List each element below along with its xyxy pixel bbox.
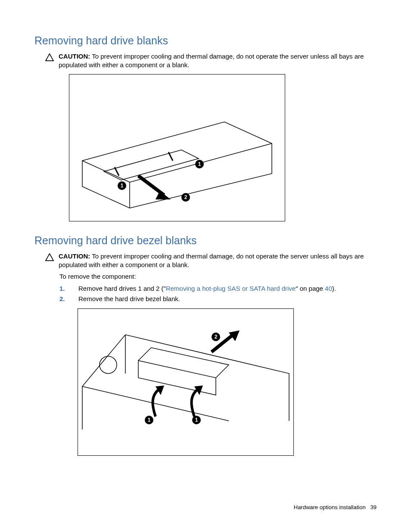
callout-2: 2 [181, 193, 190, 202]
page-footer: Hardware options installation 39 [294, 504, 377, 510]
steps-list: Remove hard drives 1 and 2 ("Removing a … [59, 283, 377, 304]
caution-label: CAUTION: [59, 53, 90, 60]
figure-remove-blanks: 1 1 2 [69, 74, 285, 221]
callout-1b: 1 [192, 416, 201, 424]
step-text-post: ). [332, 285, 336, 292]
callout-1a: 1 [118, 181, 126, 190]
callout-1a: 1 [145, 416, 153, 424]
caution-block-2: CAUTION: To prevent improper cooling and… [45, 252, 377, 270]
caution-text-2: CAUTION: To prevent improper cooling and… [54, 252, 377, 270]
caution-icon [45, 52, 54, 64]
page-container: Removing hard drive blanks CAUTION: To p… [0, 0, 411, 532]
callout-1b: 1 [195, 160, 204, 168]
footer-section: Hardware options installation [294, 504, 366, 510]
heading-removing-bezel-blanks: Removing hard drive bezel blanks [34, 234, 377, 247]
figure-remove-bezel-blanks: 1 1 2 [78, 308, 294, 456]
caution-block-1: CAUTION: To prevent improper cooling and… [45, 52, 377, 70]
caution-icon [45, 252, 54, 264]
xref-link[interactable]: Removing a hot-plug SAS or SATA hard dri… [166, 285, 296, 292]
step-text-pre: Remove hard drives 1 and 2 (" [78, 285, 166, 292]
step-text: Remove the hard drive bezel blank. [78, 295, 180, 302]
caution-body: To prevent improper cooling and thermal … [59, 53, 364, 68]
heading-removing-blanks: Removing hard drive blanks [34, 34, 377, 47]
step-text-mid: " on page [296, 285, 325, 292]
caution-label: CAUTION: [59, 252, 90, 260]
svg-point-0 [100, 356, 117, 373]
footer-page-number: 39 [371, 504, 377, 510]
step-2: Remove the hard drive bezel blank. [59, 294, 377, 304]
callout-2: 2 [212, 333, 220, 341]
caution-body: To prevent improper cooling and thermal … [59, 252, 364, 268]
step-1: Remove hard drives 1 and 2 ("Removing a … [59, 283, 377, 294]
intro-text: To remove the component: [59, 273, 377, 280]
xref-page[interactable]: 40 [325, 285, 332, 292]
server-illustration-2 [78, 309, 293, 455]
caution-text-1: CAUTION: To prevent improper cooling and… [54, 52, 377, 70]
server-illustration-1 [69, 75, 285, 221]
